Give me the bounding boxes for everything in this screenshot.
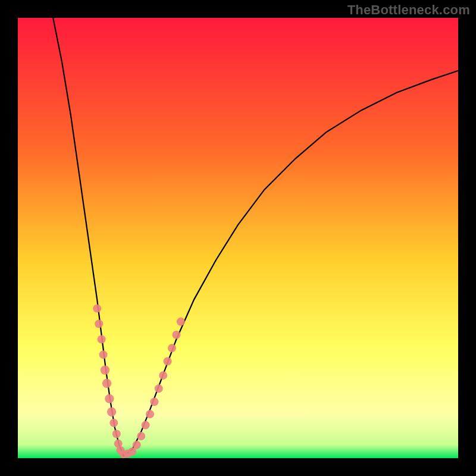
sample-dot bbox=[105, 394, 114, 403]
sample-dot bbox=[133, 441, 141, 449]
sample-dot bbox=[172, 331, 180, 339]
watermark-text: TheBottleneck.com bbox=[347, 2, 470, 18]
sample-dot bbox=[142, 421, 150, 430]
chart-frame: TheBottleneck.com bbox=[0, 0, 476, 476]
sample-dot bbox=[95, 320, 103, 328]
sample-dot bbox=[99, 350, 108, 359]
sample-dot bbox=[112, 430, 121, 438]
sample-dot bbox=[98, 335, 106, 343]
bottleneck-chart bbox=[0, 0, 476, 476]
sample-dot bbox=[164, 357, 172, 365]
sample-dot bbox=[168, 344, 176, 352]
sample-dot bbox=[107, 408, 116, 416]
sample-dot bbox=[101, 365, 109, 374]
sample-dot bbox=[109, 419, 118, 427]
sample-dot bbox=[93, 304, 101, 312]
sample-dot bbox=[102, 379, 111, 388]
sample-dot bbox=[159, 371, 167, 380]
plot-background bbox=[18, 18, 458, 458]
sample-dot bbox=[155, 384, 163, 393]
sample-dot bbox=[137, 432, 145, 440]
sample-dot bbox=[146, 410, 154, 418]
sample-dot bbox=[150, 397, 158, 406]
sample-dot bbox=[177, 318, 185, 326]
